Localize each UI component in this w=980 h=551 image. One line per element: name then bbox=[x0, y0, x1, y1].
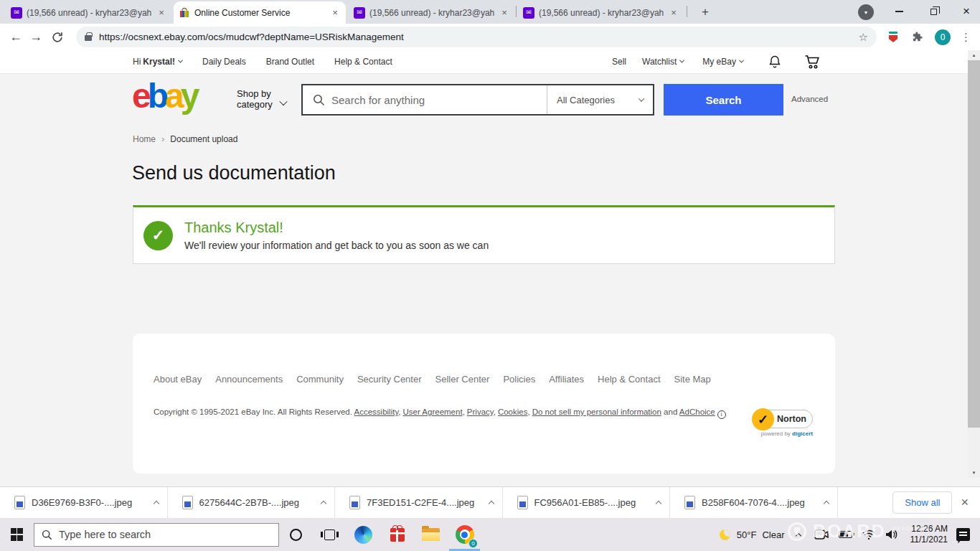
footer-link-help-contact[interactable]: Help & Contact bbox=[598, 374, 660, 385]
nav-brand-outlet[interactable]: Brand Outlet bbox=[266, 57, 314, 67]
download-item-2[interactable]: 6275644C-2B7B-....jpeg bbox=[168, 487, 336, 518]
shop-by-category-menu[interactable]: Shop by category bbox=[237, 88, 273, 110]
search-input[interactable] bbox=[331, 94, 547, 106]
breadcrumb-home[interactable]: Home bbox=[133, 134, 156, 144]
tab-close-icon[interactable] bbox=[499, 7, 510, 19]
back-button[interactable] bbox=[6, 29, 26, 44]
tab-online-customer-service[interactable]: Online Customer Service bbox=[174, 1, 346, 24]
link-do-not-sell[interactable]: Do not sell my personal information bbox=[532, 408, 661, 416]
url-input[interactable] bbox=[99, 32, 859, 42]
footer-link-site-map[interactable]: Site Map bbox=[674, 374, 711, 385]
task-view-button[interactable] bbox=[313, 518, 347, 551]
category-dropdown[interactable]: All Categories bbox=[547, 85, 653, 114]
battery-icon[interactable] bbox=[839, 531, 852, 538]
scrollbar-down-arrow[interactable] bbox=[968, 468, 980, 478]
file-explorer-button[interactable] bbox=[414, 518, 448, 551]
tab-title: (19,566 unread) - kryhar23@yaho bbox=[27, 8, 151, 18]
taskbar-search-box[interactable] bbox=[34, 523, 279, 547]
adblock-extension-icon[interactable] bbox=[888, 32, 898, 42]
ebay-logo[interactable]: ebay bbox=[132, 79, 196, 113]
forward-button[interactable] bbox=[26, 29, 46, 44]
footer-link-seller-center[interactable]: Seller Center bbox=[435, 374, 490, 385]
weather-moon-icon[interactable] bbox=[720, 529, 730, 540]
gift-icon bbox=[390, 528, 405, 542]
cart-icon[interactable] bbox=[804, 54, 821, 70]
show-hidden-icons-button[interactable] bbox=[796, 529, 801, 540]
nav-my-ebay[interactable]: My eBay bbox=[702, 57, 743, 67]
norton-seal[interactable]: Norton powered by digicert bbox=[755, 410, 813, 437]
scrollbar-up-arrow[interactable] bbox=[968, 50, 980, 60]
tab-yahoo-mail-3[interactable]: (19,566 unread) - kryhar23@yaho bbox=[518, 1, 684, 24]
download-item-1[interactable]: D36E9769-B3F0-....jpeg bbox=[0, 487, 168, 518]
scrollbar-thumb[interactable] bbox=[968, 60, 980, 428]
reload-button[interactable] bbox=[47, 32, 67, 43]
footer-link-security-center[interactable]: Security Center bbox=[357, 374, 422, 385]
gift-app-button[interactable] bbox=[380, 518, 414, 551]
footer-link-about[interactable]: About eBay bbox=[154, 374, 202, 385]
footer-link-community[interactable]: Community bbox=[296, 374, 344, 385]
address-bar[interactable] bbox=[76, 27, 877, 47]
lock-icon[interactable] bbox=[85, 35, 92, 41]
media-control-icon[interactable] bbox=[858, 4, 874, 20]
show-all-downloads-button[interactable]: Show all bbox=[892, 491, 952, 514]
page-scrollbar[interactable] bbox=[968, 50, 980, 478]
download-menu-caret-icon[interactable] bbox=[656, 501, 661, 507]
success-message: We'll review your information and get ba… bbox=[184, 240, 489, 251]
tab-close-icon[interactable] bbox=[329, 7, 341, 19]
nav-watchlist[interactable]: Watchlist bbox=[642, 57, 684, 67]
notifications-bell-icon[interactable] bbox=[768, 55, 782, 69]
action-center-icon[interactable] bbox=[956, 528, 970, 541]
cortana-button[interactable] bbox=[279, 518, 313, 551]
profile-avatar[interactable]: 0 bbox=[935, 29, 951, 45]
download-menu-caret-icon[interactable] bbox=[153, 501, 159, 507]
link-accessibility[interactable]: Accessibility bbox=[354, 408, 399, 416]
copyright-line: Copyright © 1995-2021 eBay Inc. All Righ… bbox=[154, 408, 727, 419]
start-button[interactable] bbox=[0, 518, 34, 551]
footer-link-announcements[interactable]: Announcements bbox=[215, 374, 283, 385]
footer-link-policies[interactable]: Policies bbox=[503, 374, 535, 385]
tab-close-icon[interactable] bbox=[668, 7, 679, 19]
nav-daily-deals[interactable]: Daily Deals bbox=[202, 57, 246, 67]
window-restore-button[interactable] bbox=[921, 0, 946, 23]
chevron-down-icon bbox=[281, 95, 286, 108]
meet-now-icon[interactable] bbox=[814, 529, 829, 540]
bookmark-star-icon[interactable] bbox=[859, 31, 868, 44]
advanced-search-link[interactable]: Advanced bbox=[791, 95, 828, 103]
new-tab-button[interactable] bbox=[697, 4, 713, 20]
search-button[interactable]: Search bbox=[664, 84, 783, 116]
taskbar-clock[interactable]: 12:26 AM 11/1/2021 bbox=[910, 524, 948, 545]
edge-button[interactable] bbox=[347, 518, 380, 551]
nav-sell[interactable]: Sell bbox=[612, 57, 626, 67]
greeting-prefix: Hi bbox=[133, 57, 141, 67]
link-adchoice[interactable]: AdChoice bbox=[679, 408, 715, 416]
chrome-button[interactable]: 0 bbox=[448, 518, 481, 551]
chrome-menu-icon[interactable] bbox=[961, 31, 971, 44]
tab-yahoo-mail-2[interactable]: (19,566 unread) - kryhar23@yaho bbox=[349, 1, 515, 24]
weather-condition[interactable]: Clear bbox=[762, 529, 784, 540]
adchoice-info-icon[interactable] bbox=[717, 410, 726, 419]
greeting-menu[interactable]: Hi Krystal! bbox=[133, 57, 182, 67]
tab-yahoo-mail-1[interactable]: (19,566 unread) - kryhar23@yaho bbox=[6, 1, 172, 24]
download-menu-caret-icon[interactable] bbox=[823, 501, 829, 507]
tab-close-icon[interactable] bbox=[156, 7, 167, 19]
link-cookies[interactable]: Cookies bbox=[498, 408, 528, 416]
link-user-agreement[interactable]: User Agreement bbox=[403, 408, 463, 416]
yahoo-mail-icon bbox=[354, 7, 365, 19]
download-item-4[interactable]: FC956A01-EB85-....jpeg bbox=[503, 487, 671, 518]
download-menu-caret-icon[interactable] bbox=[488, 501, 494, 507]
weather-temperature[interactable]: 50°F bbox=[737, 529, 757, 540]
window-minimize-button[interactable] bbox=[887, 0, 911, 23]
extensions-puzzle-icon[interactable] bbox=[911, 31, 923, 43]
download-item-5[interactable]: B258F604-7076-4....jpeg bbox=[670, 487, 838, 518]
volume-icon[interactable] bbox=[885, 529, 898, 540]
window-close-button[interactable] bbox=[954, 0, 979, 23]
footer-link-affiliates[interactable]: Affiliates bbox=[549, 374, 584, 385]
wifi-icon[interactable] bbox=[862, 529, 875, 540]
download-menu-caret-icon[interactable] bbox=[321, 501, 326, 507]
link-privacy[interactable]: Privacy bbox=[467, 408, 494, 416]
watchlist-label: Watchlist bbox=[642, 57, 677, 67]
download-item-3[interactable]: 7F3ED151-C2FE-4....jpeg bbox=[335, 487, 503, 518]
taskbar-search-input[interactable] bbox=[59, 529, 271, 540]
nav-help-contact[interactable]: Help & Contact bbox=[334, 57, 392, 67]
close-downloads-bar-icon[interactable] bbox=[961, 495, 969, 510]
